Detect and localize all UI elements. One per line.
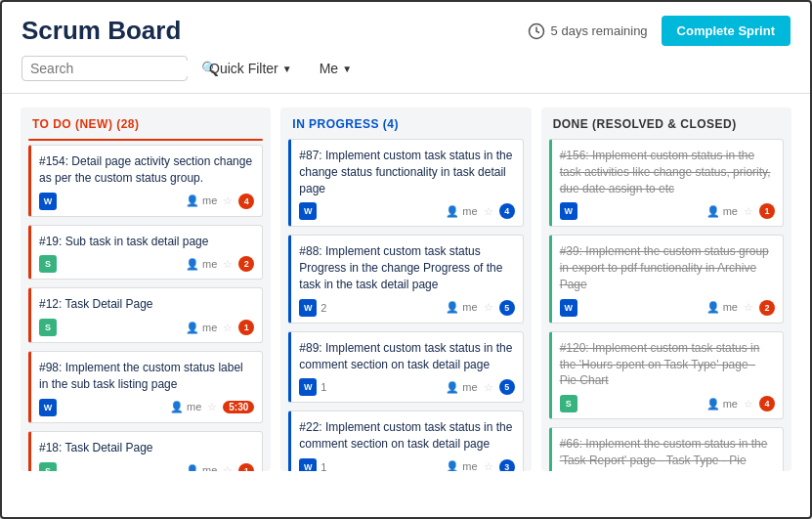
page-title: Scrum Board xyxy=(21,16,181,46)
assignee: 👤 me xyxy=(446,460,477,471)
card[interactable]: #19: Sub task in task detail pageS👤 me☆2 xyxy=(28,225,263,281)
card-footer: W1👤 me☆3 xyxy=(299,458,514,471)
card-footer-right: 👤 me☆1 xyxy=(186,320,254,335)
comment-count: 1 xyxy=(321,461,326,471)
header-top: Scrum Board 5 days remaining Complete Sp… xyxy=(21,16,791,46)
avatar: S xyxy=(39,319,57,336)
card-footer-left: S xyxy=(560,395,577,412)
number-badge: 5 xyxy=(499,300,515,316)
card-footer: W👤 me☆4 xyxy=(299,202,514,220)
card-footer-left: W1 xyxy=(299,378,326,396)
quick-filter-button[interactable]: Quick Filter ▼ xyxy=(203,57,298,80)
card-footer: S👤 me☆4 xyxy=(560,395,775,412)
column-header-done: DONE (Resolved & Closed) xyxy=(541,108,791,139)
card-footer-right: 👤 me☆1 xyxy=(706,203,775,219)
column-header-todo: To Do (New) (28) xyxy=(21,108,271,139)
avatar: W xyxy=(39,399,57,416)
clock-icon xyxy=(528,22,545,40)
assignee: 👤 me xyxy=(446,205,477,218)
card-title: #89: Implement custom task status in the… xyxy=(299,340,514,373)
card[interactable]: #22: Implement custom task status in the… xyxy=(288,411,523,471)
card-title: #22: Implement custom task status in the… xyxy=(299,419,514,453)
avatar: S xyxy=(39,462,57,471)
star-icon[interactable]: ☆ xyxy=(744,205,753,218)
assignee: 👤 me xyxy=(706,301,738,314)
card-footer: W👤 me☆1 xyxy=(560,202,775,220)
assignee: 👤 me xyxy=(446,381,477,394)
header-right: 5 days remaining Complete Sprint xyxy=(528,16,791,46)
assignee: 👤 me xyxy=(706,398,738,411)
card[interactable]: #87: Implement custom task status in the… xyxy=(288,139,523,227)
card[interactable]: #154: Detail page activity section chang… xyxy=(28,145,263,217)
card[interactable]: #89: Implement custom task status in the… xyxy=(288,331,523,404)
card-footer-right: 👤 me☆5 xyxy=(446,379,514,395)
card-footer-left: W xyxy=(560,202,577,220)
card-footer-right: 👤 me☆5 xyxy=(446,300,514,316)
card-title: #39: Implement the custom status group i… xyxy=(560,243,775,292)
card-title: #87: Implement custom task status in the… xyxy=(299,148,514,196)
card-footer-left: S xyxy=(39,462,57,471)
scrum-board-window: Scrum Board 5 days remaining Complete Sp… xyxy=(0,0,812,519)
search-input[interactable] xyxy=(30,61,201,76)
toolbar: 🔍 Quick Filter ▼ Me ▼ xyxy=(21,56,791,81)
column-done: DONE (Resolved & Closed)#156: Implement … xyxy=(541,108,791,471)
star-icon[interactable]: ☆ xyxy=(223,258,233,271)
card-title: #98: Implement the custom status label i… xyxy=(39,360,254,393)
star-icon[interactable]: ☆ xyxy=(207,401,217,413)
card[interactable]: #120: Implement custom task status in th… xyxy=(549,331,784,419)
card-footer-left: W xyxy=(39,193,57,210)
number-badge: 1 xyxy=(759,203,775,219)
comment-count: 2 xyxy=(321,302,326,314)
star-icon[interactable]: ☆ xyxy=(744,398,753,411)
card-footer-right: 👤 me☆4 xyxy=(186,194,254,209)
card[interactable]: #39: Implement the custom status group i… xyxy=(549,235,784,323)
avatar: W xyxy=(560,299,577,317)
number-badge: 5 xyxy=(499,379,515,395)
card-footer-right: 👤 me☆1 xyxy=(186,463,254,471)
star-icon[interactable]: ☆ xyxy=(484,205,493,218)
star-icon[interactable]: ☆ xyxy=(484,301,493,314)
column-inprogress: IN PROGRESS (4)#87: Implement custom tas… xyxy=(280,108,531,471)
time-remaining: 5 days remaining xyxy=(528,22,648,40)
chevron-down-icon-me: ▼ xyxy=(342,64,352,74)
card-footer-left: W xyxy=(560,299,577,317)
card-title: #154: Detail page activity section chang… xyxy=(39,153,254,187)
search-box[interactable]: 🔍 xyxy=(21,56,188,81)
star-icon[interactable]: ☆ xyxy=(223,322,233,334)
assignee: 👤 me xyxy=(170,401,201,413)
assignee: 👤 me xyxy=(706,205,738,218)
assignee: 👤 me xyxy=(446,301,477,314)
avatar: W xyxy=(299,299,317,317)
card-title: #66: Implement the custom status in the … xyxy=(560,436,775,471)
star-icon[interactable]: ☆ xyxy=(744,301,753,314)
card-footer: W👤 me☆2 xyxy=(560,299,775,317)
card-footer: S👤 me☆2 xyxy=(39,255,254,273)
star-icon[interactable]: ☆ xyxy=(223,464,233,471)
card[interactable]: #98: Implement the custom status label i… xyxy=(28,351,263,423)
card[interactable]: #156: Implement custom status in the tas… xyxy=(549,139,784,227)
avatar: W xyxy=(39,193,57,210)
card-footer-right: 👤 me☆5:30 xyxy=(170,401,254,413)
card-footer-right: 👤 me☆3 xyxy=(446,459,514,471)
star-icon[interactable]: ☆ xyxy=(223,195,233,207)
card[interactable]: #66: Implement the custom status in the … xyxy=(549,427,784,471)
me-filter-label: Me xyxy=(320,61,338,76)
column-header-inprogress: IN PROGRESS (4) xyxy=(280,108,531,139)
column-cards-inprogress: #87: Implement custom task status in the… xyxy=(280,139,531,471)
star-icon[interactable]: ☆ xyxy=(484,460,493,471)
card-title: #18: Task Detail Page xyxy=(39,440,254,456)
me-filter-button[interactable]: Me ▼ xyxy=(314,57,358,80)
card[interactable]: #12: Task Detail PageS👤 me☆1 xyxy=(28,287,263,343)
number-badge: 4 xyxy=(238,194,254,209)
avatar: W xyxy=(299,458,317,471)
assignee: 👤 me xyxy=(186,258,217,271)
card[interactable]: #18: Task Detail PageS👤 me☆1 xyxy=(28,431,263,471)
number-badge: 2 xyxy=(238,256,254,272)
card-title: #156: Implement custom status in the tas… xyxy=(560,148,775,196)
star-icon[interactable]: ☆ xyxy=(484,381,493,394)
number-badge: 1 xyxy=(238,320,254,335)
card-footer-left: W xyxy=(39,399,57,416)
card[interactable]: #88: Implement custom task status Progre… xyxy=(288,235,523,323)
quick-filter-label: Quick Filter xyxy=(209,61,278,76)
complete-sprint-button[interactable]: Complete Sprint xyxy=(662,16,791,46)
